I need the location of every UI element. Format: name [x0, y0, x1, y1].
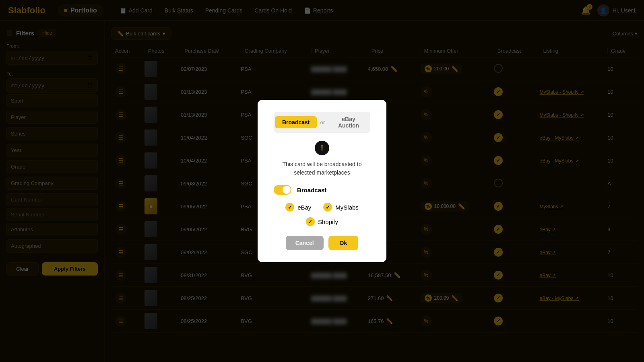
modal-overlay: Broadcast or eBay Auction ! This card wi… [0, 0, 644, 362]
toggle-label: Broadcast [297, 187, 326, 193]
ok-button[interactable]: Ok [328, 236, 359, 250]
modal-checkboxes: ✓ eBay ✓ MySlabs ✓ Shopify [274, 203, 370, 226]
ebay-auction-tab[interactable]: eBay Auction [328, 113, 369, 132]
myslabs-checkbox: ✓ [323, 203, 332, 212]
warning-icon: ! [315, 141, 329, 155]
cancel-button[interactable]: Cancel [286, 236, 324, 250]
checkbox-row-1: ✓ eBay ✓ MySlabs [285, 203, 359, 212]
tab-or-label: or [320, 119, 325, 125]
ebay-checkbox-item[interactable]: ✓ eBay [285, 203, 311, 212]
broadcast-modal: Broadcast or eBay Auction ! This card wi… [258, 100, 386, 262]
toggle-knob [283, 186, 291, 194]
myslabs-checkbox-item[interactable]: ✓ MySlabs [323, 203, 359, 212]
myslabs-label: MySlabs [335, 204, 359, 211]
checkbox-row-2: ✓ Shopify [306, 217, 338, 226]
shopify-label: Shopify [318, 218, 338, 225]
broadcast-tab[interactable]: Broadcast [275, 116, 317, 128]
ebay-checkbox: ✓ [285, 203, 294, 212]
broadcast-toggle-row: Broadcast [274, 185, 370, 195]
modal-buttons: Cancel Ok [274, 236, 370, 250]
broadcast-toggle[interactable] [274, 185, 291, 195]
modal-description: This card will be broadcasted to selecte… [274, 160, 370, 177]
shopify-checkbox: ✓ [306, 217, 315, 226]
ebay-label: eBay [297, 204, 311, 211]
shopify-checkbox-item[interactable]: ✓ Shopify [306, 217, 338, 226]
modal-tabs: Broadcast or eBay Auction [274, 112, 370, 133]
